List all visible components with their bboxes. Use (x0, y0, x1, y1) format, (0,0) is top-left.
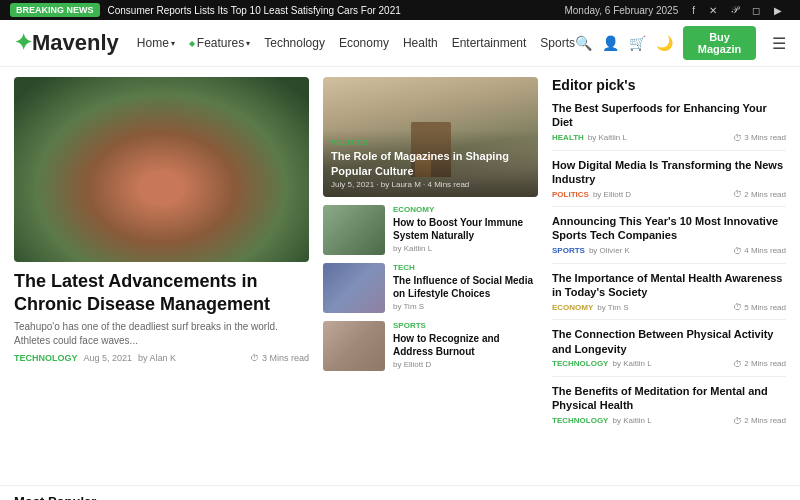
nav-entertainment[interactable]: Entertainment (452, 36, 527, 50)
pick-0-title: The Best Superfoods for Enhancing Your D… (552, 101, 786, 130)
hero-tag[interactable]: TECHNOLOGY (14, 353, 78, 363)
small-article-0-meta: by Kaitlin L (393, 244, 538, 253)
nav-economy[interactable]: Economy (339, 36, 389, 50)
buy-button[interactable]: Buy Magazin (683, 26, 756, 60)
middle-column: POLITICS The Role of Magazines in Shapin… (323, 77, 538, 475)
hero-meta-left: TECHNOLOGY Aug 5, 2021 by Alan K (14, 353, 176, 363)
pick-1-author: by Elliott D (593, 190, 631, 199)
pick-4-author: by Kaitlin L (612, 359, 651, 368)
pick-5-author: by Kaitlin L (612, 416, 651, 425)
nav-links: Home ▾ ◆ Features ▾ Technology Economy H… (137, 36, 575, 50)
user-icon[interactable]: 👤 (602, 35, 619, 51)
nav-technology[interactable]: Technology (264, 36, 325, 50)
pick-item-2[interactable]: Announcing This Year's 10 Most Innovativ… (552, 214, 786, 264)
clock-icon: ⏱ (250, 353, 259, 363)
cart-icon[interactable]: 🛒 (629, 35, 646, 51)
theme-toggle-icon[interactable]: 🌙 (656, 35, 673, 51)
hero-title[interactable]: The Latest Advancements in Chronic Disea… (14, 270, 309, 315)
navbar: ✦ Mavenly Home ▾ ◆ Features ▾ Technology… (0, 20, 800, 67)
pick-4-tag: TECHNOLOGY (552, 359, 608, 368)
small-article-1-tag: TECH (393, 263, 538, 272)
featured-top-overlay: POLITICS The Role of Magazines in Shapin… (323, 130, 538, 197)
most-popular-arrow[interactable]: → (102, 495, 114, 501)
small-article-2-image (323, 321, 385, 371)
pick-5-readtime: ⏱ 2 Mins read (733, 416, 786, 426)
small-article-1-meta: by Tim S (393, 302, 538, 311)
breaking-badge: BREAKING NEWS (10, 3, 100, 17)
small-article-2[interactable]: SPORTS How to Recognize and Address Burn… (323, 321, 538, 371)
pick-4-readtime: ⏱ 2 Mins read (733, 359, 786, 369)
pick-3-readtime: ⏱ 5 Mins read (733, 302, 786, 312)
pick-3-author: by Tim S (597, 303, 628, 312)
pick-4-meta: TECHNOLOGY by Kaitlin L ⏱ 2 Mins read (552, 359, 786, 369)
nav-sports[interactable]: Sports (540, 36, 575, 50)
pick-2-readtime: ⏱ 4 Mins read (733, 246, 786, 256)
small-article-1[interactable]: TECH The Influence of Social Media on Li… (323, 263, 538, 313)
facebook-icon[interactable]: f (692, 5, 695, 16)
ticker-text: Consumer Reports Lists Its Top 10 Least … (108, 5, 401, 16)
hamburger-icon[interactable]: ☰ (772, 34, 786, 53)
most-popular-title: Most Popular (14, 494, 96, 500)
pick-1-title: How Digital Media Is Transforming the Ne… (552, 158, 786, 187)
hero-readtime: ⏱ 3 Mins read (250, 353, 309, 363)
small-article-1-author: by Tim S (393, 302, 424, 311)
youtube-icon[interactable]: ▶ (774, 5, 782, 16)
featured-top-meta: July 5, 2021 · by Laura M · 4 Mins read (331, 180, 530, 189)
nav-home[interactable]: Home ▾ (137, 36, 175, 50)
small-article-2-content: SPORTS How to Recognize and Address Burn… (393, 321, 538, 369)
hero-image-inner (14, 77, 309, 262)
pick-item-5[interactable]: The Benefits of Meditation for Mental an… (552, 384, 786, 433)
nav-features[interactable]: ◆ Features ▾ (189, 36, 250, 50)
small-article-0-image (323, 205, 385, 255)
logo[interactable]: ✦ Mavenly (14, 30, 119, 56)
small-article-0-content: ECONOMY How to Boost Your Immune System … (393, 205, 538, 253)
top-bar-right: Monday, 6 February 2025 f ✕ 𝒫 ◻ ▶ (564, 4, 790, 16)
pick-2-title: Announcing This Year's 10 Most Innovativ… (552, 214, 786, 243)
pick-3-title: The Importance of Mental Health Awarenes… (552, 271, 786, 300)
pick-item-3[interactable]: The Importance of Mental Health Awarenes… (552, 271, 786, 321)
hero-image[interactable] (14, 77, 309, 262)
twitter-icon[interactable]: ✕ (709, 5, 717, 16)
pick-1-meta: POLITICS by Elliott D ⏱ 2 Mins read (552, 189, 786, 199)
small-article-0-img-inner (323, 205, 385, 255)
pick-item-0[interactable]: The Best Superfoods for Enhancing Your D… (552, 101, 786, 151)
logo-icon: ✦ (14, 30, 32, 56)
hero-date: Aug 5, 2021 (84, 353, 133, 363)
top-bar: BREAKING NEWS Consumer Reports Lists Its… (0, 0, 800, 20)
hero-meta: TECHNOLOGY Aug 5, 2021 by Alan K ⏱ 3 Min… (14, 353, 309, 363)
most-popular-header: Most Popular → (14, 494, 786, 500)
small-article-1-title: The Influence of Social Media on Lifesty… (393, 274, 538, 300)
pick-5-title: The Benefits of Meditation for Mental an… (552, 384, 786, 413)
small-article-2-img-inner (323, 321, 385, 371)
hero-section: The Latest Advancements in Chronic Disea… (14, 77, 309, 475)
pick-5-meta: TECHNOLOGY by Kaitlin L ⏱ 2 Mins read (552, 416, 786, 426)
pinterest-icon[interactable]: 𝒫 (731, 4, 738, 16)
small-article-2-meta: by Elliott D (393, 360, 538, 369)
pick-item-1[interactable]: How Digital Media Is Transforming the Ne… (552, 158, 786, 208)
small-article-0[interactable]: ECONOMY How to Boost Your Immune System … (323, 205, 538, 255)
nav-right: 🔍 👤 🛒 🌙 Buy Magazin ☰ (575, 26, 786, 60)
pick-4-title: The Connection Between Physical Activity… (552, 327, 786, 356)
featured-top-title: The Role of Magazines in Shaping Popular… (331, 149, 530, 178)
small-article-1-content: TECH The Influence of Social Media on Li… (393, 263, 538, 311)
search-icon[interactable]: 🔍 (575, 35, 592, 51)
pick-3-tag: ECONOMY (552, 303, 593, 312)
pick-2-meta: SPORTS by Olivier K ⏱ 4 Mins read (552, 246, 786, 256)
pick-0-meta: HEALTH by Kaitlin L ⏱ 3 Mins read (552, 133, 786, 143)
featured-top[interactable]: POLITICS The Role of Magazines in Shapin… (323, 77, 538, 197)
pick-1-readtime: ⏱ 2 Mins read (733, 189, 786, 199)
pick-2-author: by Olivier K (589, 246, 630, 255)
pick-0-readtime: ⏱ 3 Mins read (733, 133, 786, 143)
pick-2-tag: SPORTS (552, 246, 585, 255)
hero-description: Teahupo'o has one of the deadliest surf … (14, 320, 309, 348)
hero-author: by Alan K (138, 353, 176, 363)
pick-0-author: by Kaitlin L (588, 133, 627, 142)
small-article-0-author: by Kaitlin L (393, 244, 432, 253)
most-popular-section: Most Popular → (0, 485, 800, 500)
pick-item-4[interactable]: The Connection Between Physical Activity… (552, 327, 786, 377)
editors-picks: Editor pick's The Best Superfoods for En… (552, 77, 786, 475)
small-article-0-title: How to Boost Your Immune System Naturall… (393, 216, 538, 242)
nav-health[interactable]: Health (403, 36, 438, 50)
instagram-icon[interactable]: ◻ (752, 5, 760, 16)
date-display: Monday, 6 February 2025 (564, 5, 678, 16)
